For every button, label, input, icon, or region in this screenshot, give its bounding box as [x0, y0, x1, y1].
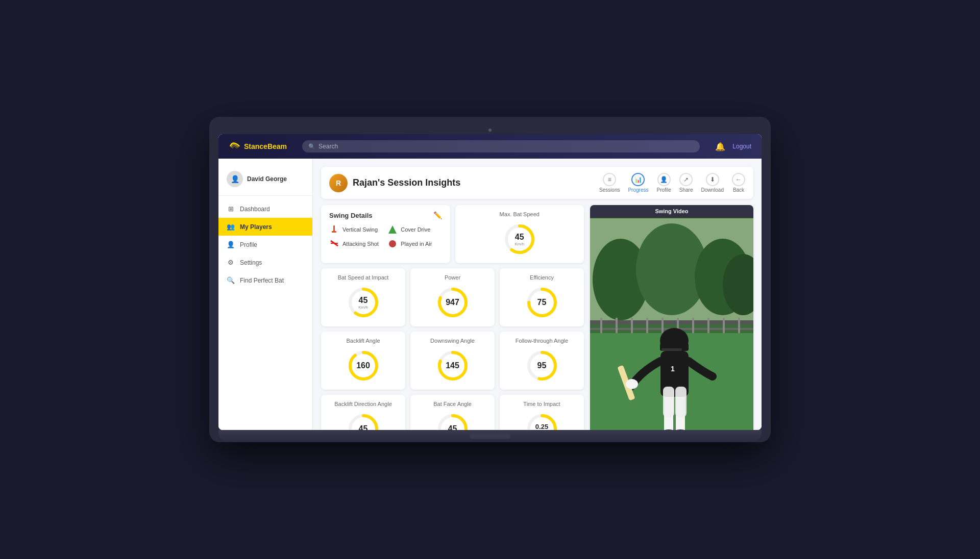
video-content: 1: [590, 217, 753, 430]
search-bar[interactable]: 🔍: [302, 140, 700, 153]
sessions-icon: ≡: [603, 173, 616, 186]
progress-icon: 📊: [631, 173, 645, 186]
time-to-impact-title: Time to Impact: [506, 401, 578, 407]
svg-rect-40: [692, 318, 694, 333]
swing-tag-vertical: Vertical Swing: [329, 224, 383, 235]
bat-face-angle-value: 45: [448, 424, 457, 430]
backlift-dir-angle-card: Backlift Direction Angle 45: [321, 395, 405, 430]
efficiency-chart: 75: [524, 285, 560, 320]
session-header: R Rajan's Session Insights ≡ Sessions 📊 …: [321, 167, 753, 199]
find-bat-icon: 🔍: [227, 276, 235, 284]
player-avatar: R: [329, 174, 348, 192]
svg-rect-36: [631, 318, 633, 333]
svg-point-54: [626, 379, 638, 389]
bat-face-angle-title: Bat Face Angle: [416, 401, 488, 407]
share-button[interactable]: ↗ Share: [679, 173, 693, 193]
swing-details-card: Swing Details ✏️: [321, 205, 450, 263]
power-value: 947: [446, 298, 459, 307]
followthrough-angle-title: Follow-through Angle: [506, 338, 578, 344]
time-to-impact-value: 0.25: [535, 423, 548, 430]
cover-drive-icon: [387, 224, 398, 235]
svg-text:1: 1: [671, 365, 675, 373]
svg-rect-34: [600, 318, 602, 333]
backlift-angle-title: Backlift Angle: [327, 338, 399, 344]
backlift-dir-angle-chart: 45: [346, 411, 381, 430]
stats-grid-row1: Bat Speed at Impact 45 Km/h: [321, 268, 584, 326]
followthrough-angle-card: Follow-through Angle 95: [500, 332, 584, 390]
svg-rect-32: [590, 320, 753, 324]
svg-rect-38: [662, 318, 664, 333]
followthrough-angle-chart: 95: [524, 348, 560, 384]
trackpad: [470, 434, 510, 439]
stats-grid-row3: Backlift Direction Angle 45: [321, 395, 584, 430]
content-area: R Rajan's Session Insights ≡ Sessions 📊 …: [313, 159, 762, 430]
share-icon: ↗: [679, 173, 693, 186]
logout-button[interactable]: Logout: [732, 143, 751, 150]
profile-action-icon: 👤: [657, 173, 671, 186]
time-to-impact-chart: 0.25 Secs: [524, 411, 560, 430]
downswing-angle-card: Downswing Angle 145: [410, 332, 495, 390]
max-bat-speed-card: Max. Bat Speed 45 Km/h: [455, 205, 584, 263]
logo: StanceBeam: [229, 140, 287, 153]
downswing-angle-value: 145: [446, 361, 459, 370]
bat-speed-impact-unit: Km/h: [358, 305, 368, 310]
bell-icon[interactable]: 🔔: [715, 142, 725, 151]
svg-point-5: [389, 240, 396, 247]
sidebar-item-my-players[interactable]: 👥 My Players: [218, 218, 312, 236]
topbar: StanceBeam 🔍 🔔 Logout: [218, 134, 762, 159]
my-players-icon: 👥: [227, 223, 235, 231]
backlift-angle-chart: 160: [346, 348, 381, 384]
back-icon: ←: [732, 173, 745, 186]
power-chart: 947: [435, 285, 471, 320]
topbar-right: 🔔 Logout: [715, 142, 751, 151]
download-button[interactable]: ⬇ Download: [701, 173, 724, 193]
swing-tags: Vertical Swing Cover Drive: [329, 224, 442, 249]
swing-tag-cover-drive: Cover Drive: [387, 224, 442, 235]
attacking-shot-icon: [329, 239, 339, 249]
efficiency-card: Efficiency 75: [500, 268, 584, 326]
sidebar-item-settings[interactable]: ⚙ Settings: [218, 253, 312, 271]
video-title-bar: Swing Video: [590, 205, 753, 217]
backlift-dir-angle-value: 45: [359, 424, 368, 430]
back-button[interactable]: ← Back: [732, 173, 745, 193]
svg-rect-42: [723, 318, 725, 333]
swing-tag-attacking: Attacking Shot: [329, 239, 383, 249]
cricket-scene-svg: 1: [590, 217, 753, 430]
svg-rect-55: [663, 387, 674, 417]
bat-face-angle-card: Bat Face Angle 45: [410, 395, 495, 430]
svg-rect-35: [616, 318, 618, 333]
svg-rect-1: [332, 231, 336, 233]
settings-icon: ⚙: [227, 259, 235, 266]
efficiency-value: 75: [537, 298, 547, 307]
sidebar-item-profile[interactable]: 👤 Profile: [218, 236, 312, 253]
svg-rect-52: [662, 348, 682, 351]
sidebar-item-dashboard[interactable]: ⊞ Dashboard: [218, 200, 312, 218]
time-to-impact-card: Time to Impact 0.25 Secs: [500, 395, 584, 430]
progress-button[interactable]: 📊 Progress: [628, 173, 648, 193]
sidebar-item-find-bat[interactable]: 🔍 Find Perfect Bat: [218, 271, 312, 289]
sessions-button[interactable]: ≡ Sessions: [599, 173, 620, 193]
max-bat-speed-unit: Km/h: [514, 242, 524, 246]
search-input[interactable]: [318, 143, 694, 150]
bat-speed-impact-title: Bat Speed at Impact: [327, 274, 399, 281]
edit-icon[interactable]: ✏️: [433, 211, 442, 219]
bat-speed-impact-chart: 45 Km/h: [346, 285, 381, 320]
svg-rect-43: [738, 318, 740, 333]
profile-button[interactable]: 👤 Profile: [656, 173, 671, 193]
sidebar: 👤 David George ⊞ Dashboard 👥 My Players …: [218, 159, 313, 430]
max-bat-speed-title: Max. Bat Speed: [461, 211, 578, 217]
session-title-area: R Rajan's Session Insights: [329, 174, 460, 192]
played-in-air-icon: [387, 239, 398, 249]
efficiency-title: Efficiency: [506, 274, 578, 281]
svg-rect-41: [707, 318, 709, 333]
metrics-panel: Swing Details ✏️: [321, 205, 584, 430]
max-bat-speed-chart: 45 Km/h: [502, 221, 537, 257]
bat-speed-impact-value: 45: [358, 296, 368, 305]
vertical-swing-icon: [329, 224, 339, 235]
downswing-angle-chart: 145: [435, 348, 471, 384]
backlift-angle-card: Backlift Angle 160: [321, 332, 405, 390]
svg-rect-56: [675, 387, 687, 417]
stats-grid-row2: Backlift Angle 160: [321, 332, 584, 390]
user-name: David George: [247, 175, 287, 183]
max-bat-speed-value: 45: [514, 233, 524, 242]
